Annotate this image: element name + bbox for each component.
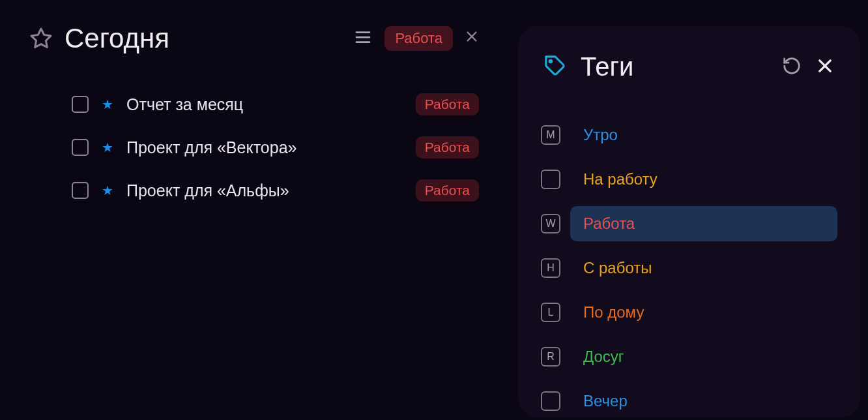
keyboard-shortcut-badge: H bbox=[541, 258, 560, 278]
undo-icon[interactable] bbox=[782, 56, 802, 78]
keyboard-shortcut-badge: M bbox=[541, 125, 560, 145]
tag-label: Работа bbox=[583, 215, 635, 233]
tags-panel-title: Теги bbox=[581, 52, 768, 82]
tag-row[interactable]: MУтро bbox=[541, 117, 837, 153]
close-panel-icon[interactable] bbox=[816, 57, 834, 78]
tag-row[interactable]: RДосуг bbox=[541, 339, 837, 374]
tag-label: Утро bbox=[583, 126, 618, 144]
task-label: Проект для «Альфы» bbox=[126, 181, 403, 200]
checkbox-icon[interactable] bbox=[72, 139, 89, 156]
tag-row[interactable]: На работу bbox=[541, 162, 837, 197]
tag-label-wrap[interactable]: На работу bbox=[570, 162, 837, 197]
keyboard-shortcut-badge: L bbox=[541, 303, 560, 322]
keyboard-shortcut-badge bbox=[541, 391, 560, 411]
tag-label-wrap[interactable]: С работы bbox=[570, 250, 837, 286]
svg-marker-0 bbox=[31, 29, 51, 48]
tag-label: Досуг bbox=[583, 348, 624, 366]
tag-label: На работу bbox=[583, 170, 658, 188]
header-actions: Работа bbox=[353, 26, 479, 51]
tag-label: Вечер bbox=[583, 392, 628, 410]
tag-label-wrap[interactable]: Утро bbox=[570, 117, 837, 153]
tag-list: MУтроНа работуWРаботаHС работыLПо домуRД… bbox=[538, 117, 841, 419]
tag-label: По дому bbox=[583, 303, 644, 322]
task-row[interactable]: ★ Проект для «Вектора» Работа bbox=[72, 136, 479, 158]
tag-icon bbox=[544, 55, 566, 80]
list-icon[interactable] bbox=[353, 27, 373, 50]
main-header: Сегодня Работа bbox=[29, 23, 479, 54]
task-row[interactable]: ★ Отчет за месяц Работа bbox=[72, 93, 479, 115]
tag-row[interactable]: LПо дому bbox=[541, 295, 837, 330]
filter-tag-pill[interactable]: Работа bbox=[384, 26, 453, 51]
task-label: Проект для «Вектора» bbox=[126, 138, 403, 157]
checkbox-icon[interactable] bbox=[72, 96, 89, 113]
checkbox-icon[interactable] bbox=[72, 182, 89, 199]
task-label: Отчет за месяц bbox=[126, 95, 403, 114]
keyboard-shortcut-badge: W bbox=[541, 214, 560, 233]
task-tag-pill[interactable]: Работа bbox=[416, 179, 479, 202]
tag-label-wrap[interactable]: По дому bbox=[570, 295, 837, 330]
star-filled-icon[interactable]: ★ bbox=[102, 97, 113, 112]
clear-filter-icon[interactable] bbox=[465, 29, 479, 48]
task-tag-pill[interactable]: Работа bbox=[416, 93, 479, 115]
main-panel: Сегодня Работа ★ Отчет за месяц bbox=[0, 0, 508, 222]
star-filled-icon[interactable]: ★ bbox=[102, 183, 113, 198]
tag-label: С работы bbox=[583, 259, 652, 277]
star-filled-icon[interactable]: ★ bbox=[102, 140, 113, 155]
tags-panel: Теги MУтроНа работуWРаботаHС работыLПо д… bbox=[518, 26, 860, 417]
tags-panel-header: Теги bbox=[538, 52, 841, 82]
tag-row[interactable]: WРабота bbox=[541, 206, 837, 241]
keyboard-shortcut-badge bbox=[541, 170, 560, 189]
keyboard-shortcut-badge: R bbox=[541, 347, 560, 367]
page-title: Сегодня bbox=[65, 23, 341, 54]
task-tag-pill[interactable]: Работа bbox=[416, 136, 479, 158]
tag-label-wrap[interactable]: Вечер bbox=[570, 383, 837, 419]
tag-label-wrap[interactable]: Досуг bbox=[570, 339, 837, 374]
task-list: ★ Отчет за месяц Работа ★ Проект для «Ве… bbox=[29, 93, 479, 202]
tag-row[interactable]: HС работы bbox=[541, 250, 837, 286]
tag-label-wrap[interactable]: Работа bbox=[570, 206, 837, 241]
task-row[interactable]: ★ Проект для «Альфы» Работа bbox=[72, 179, 479, 202]
star-outline-icon[interactable] bbox=[29, 27, 53, 50]
tag-row[interactable]: Вечер bbox=[541, 383, 837, 419]
svg-point-6 bbox=[549, 60, 551, 62]
